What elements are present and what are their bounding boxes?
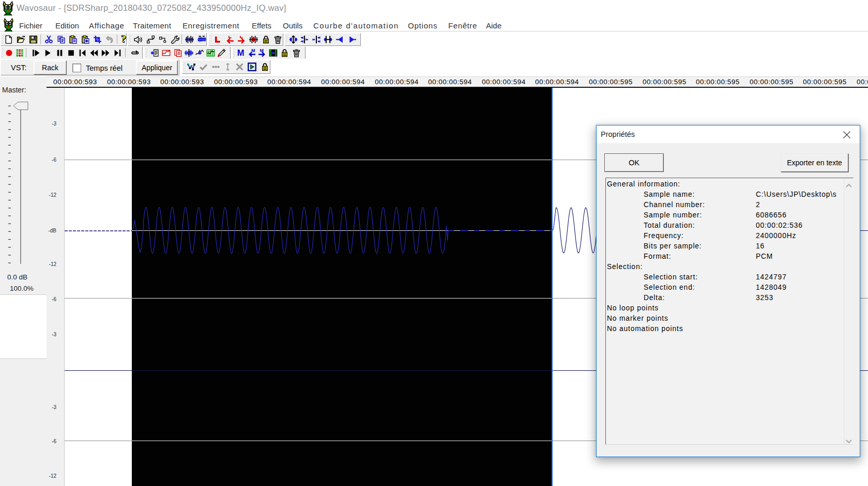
svg-text:M: M — [251, 49, 255, 53]
svg-text:M: M — [260, 49, 264, 53]
svg-text:M: M — [237, 49, 245, 57]
svg-text:?: ? — [121, 35, 126, 44]
